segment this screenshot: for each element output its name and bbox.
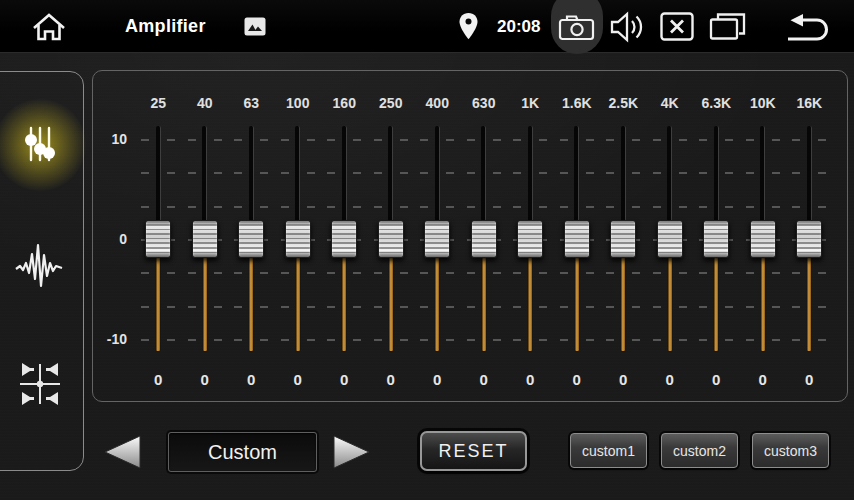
eq-band: 100 0	[275, 71, 322, 403]
band-slider-track[interactable]	[554, 126, 601, 351]
preset-next-button[interactable]	[330, 433, 374, 474]
band-frequency-label: 1.6K	[554, 95, 601, 111]
home-button[interactable]	[29, 10, 69, 44]
slider-knob[interactable]	[378, 220, 404, 258]
band-frequency-label: 25	[135, 95, 182, 111]
band-frequency-label: 400	[414, 95, 461, 111]
reset-button[interactable]: RESET	[420, 431, 527, 471]
band-slider-track[interactable]	[507, 126, 554, 351]
eq-band: 400 0	[414, 71, 461, 403]
slider-knob[interactable]	[424, 220, 450, 258]
band-slider-track[interactable]	[182, 126, 229, 351]
band-slider-track[interactable]	[368, 126, 415, 351]
gallery-button[interactable]	[244, 17, 266, 36]
speaker-balance-icon	[14, 398, 66, 413]
eq-band: 250 0	[368, 71, 415, 403]
page-title: Amplifier	[125, 0, 206, 53]
eq-band: 2.5K 0	[600, 71, 647, 403]
slider-knob[interactable]	[703, 220, 729, 258]
band-slider-track[interactable]	[461, 126, 508, 351]
screenshot-button[interactable]	[558, 13, 596, 41]
band-slider-track[interactable]	[321, 126, 368, 351]
band-gain-value: 0	[461, 371, 508, 388]
recent-apps-button[interactable]	[709, 11, 746, 42]
eq-band: 6.3K 0	[693, 71, 740, 403]
eq-band: 25 0	[135, 71, 182, 403]
slider-knob[interactable]	[564, 220, 590, 258]
back-button[interactable]	[784, 12, 830, 42]
band-gain-value: 0	[321, 371, 368, 388]
scale-mid-label: 0	[93, 230, 127, 248]
band-slider-track[interactable]	[600, 126, 647, 351]
sidebar-item-balance-fader[interactable]	[8, 353, 72, 417]
band-gain-value: 0	[740, 371, 787, 388]
band-frequency-label: 2.5K	[600, 95, 647, 111]
band-slider-track[interactable]	[786, 126, 833, 351]
slider-knob[interactable]	[192, 220, 218, 258]
band-frequency-label: 100	[275, 95, 322, 111]
eq-band: 160 0	[321, 71, 368, 403]
custom2-button[interactable]: custom2	[661, 433, 738, 468]
custom3-button[interactable]: custom3	[752, 433, 829, 468]
eq-band: 40 0	[182, 71, 229, 403]
preset-prev-button[interactable]	[100, 433, 144, 474]
eq-band: 1.6K 0	[554, 71, 601, 403]
band-slider-track[interactable]	[135, 126, 182, 351]
eq-band: 1K 0	[507, 71, 554, 403]
slider-knob[interactable]	[750, 220, 776, 258]
band-frequency-label: 160	[321, 95, 368, 111]
home-icon	[29, 10, 69, 44]
back-return-icon	[784, 12, 830, 42]
slider-knob[interactable]	[796, 220, 822, 258]
band-frequency-label: 630	[461, 95, 508, 111]
band-gain-value: 0	[600, 371, 647, 388]
sidebar-item-sound-effect[interactable]	[8, 236, 72, 300]
band-gain-value: 0	[228, 371, 275, 388]
eq-band: 4K 0	[647, 71, 694, 403]
band-slider-track[interactable]	[414, 126, 461, 351]
slider-knob[interactable]	[471, 220, 497, 258]
eq-bands: 25 0 40 0 63 0 100 0	[135, 71, 833, 403]
band-gain-value: 0	[554, 371, 601, 388]
status-bar: Amplifier 20:08	[0, 0, 854, 53]
slider-knob[interactable]	[610, 220, 636, 258]
volume-button[interactable]	[609, 11, 644, 43]
gallery-icon	[244, 17, 266, 36]
slider-knob[interactable]	[285, 220, 311, 258]
sidebar-item-equalizer[interactable]	[8, 113, 72, 177]
scale-min-label: -10	[93, 330, 127, 348]
band-frequency-label: 40	[182, 95, 229, 111]
band-gain-value: 0	[786, 371, 833, 388]
preset-selector[interactable]: Custom	[168, 432, 317, 472]
band-gain-value: 0	[414, 371, 461, 388]
band-slider-track[interactable]	[693, 126, 740, 351]
band-frequency-label: 4K	[647, 95, 694, 111]
band-gain-value: 0	[275, 371, 322, 388]
arrow-left-icon	[100, 459, 144, 474]
location-pin-icon	[458, 12, 479, 41]
equalizer-panel: 10 0 -10 25 0 40 0 63 0 100	[92, 70, 848, 402]
slider-knob[interactable]	[145, 220, 171, 258]
arrow-right-icon	[330, 459, 374, 474]
band-slider-track[interactable]	[228, 126, 275, 351]
band-frequency-label: 10K	[740, 95, 787, 111]
band-gain-value: 0	[507, 371, 554, 388]
band-frequency-label: 6.3K	[693, 95, 740, 111]
band-gain-value: 0	[693, 371, 740, 388]
eq-band: 10K 0	[740, 71, 787, 403]
band-slider-track[interactable]	[740, 126, 787, 351]
volume-icon	[609, 11, 644, 43]
band-frequency-label: 63	[228, 95, 275, 111]
band-slider-track[interactable]	[647, 126, 694, 351]
custom1-button[interactable]: custom1	[570, 433, 647, 468]
band-slider-track[interactable]	[275, 126, 322, 351]
close-app-button[interactable]	[660, 12, 694, 41]
clock: 20:08	[497, 0, 540, 53]
slider-knob[interactable]	[238, 220, 264, 258]
amplifier-screen: Amplifier 20:08	[0, 0, 854, 500]
slider-knob[interactable]	[331, 220, 357, 258]
slider-knob[interactable]	[517, 220, 543, 258]
location-button[interactable]	[458, 12, 479, 41]
slider-knob[interactable]	[657, 220, 683, 258]
camera-icon	[558, 13, 596, 41]
